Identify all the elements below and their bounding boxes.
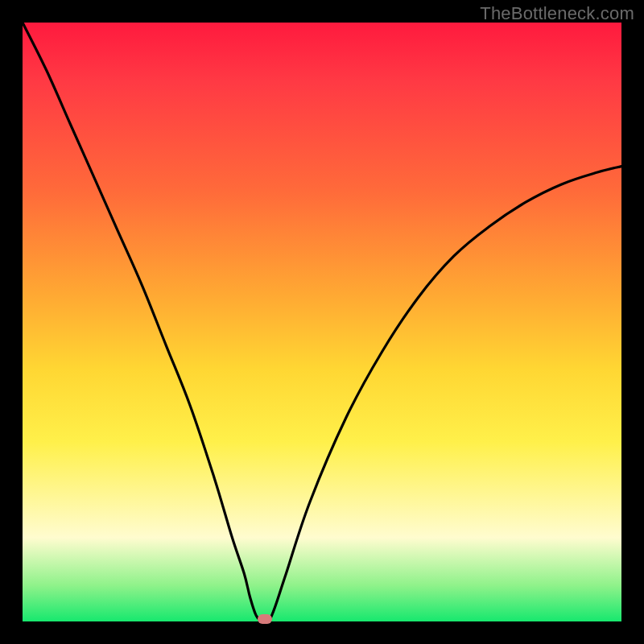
optimal-point-marker — [258, 614, 272, 624]
plot-area — [23, 23, 621, 621]
watermark-text: TheBottleneck.com — [480, 3, 634, 24]
chart-frame: TheBottleneck.com — [0, 0, 644, 644]
bottleneck-curve — [23, 23, 621, 621]
